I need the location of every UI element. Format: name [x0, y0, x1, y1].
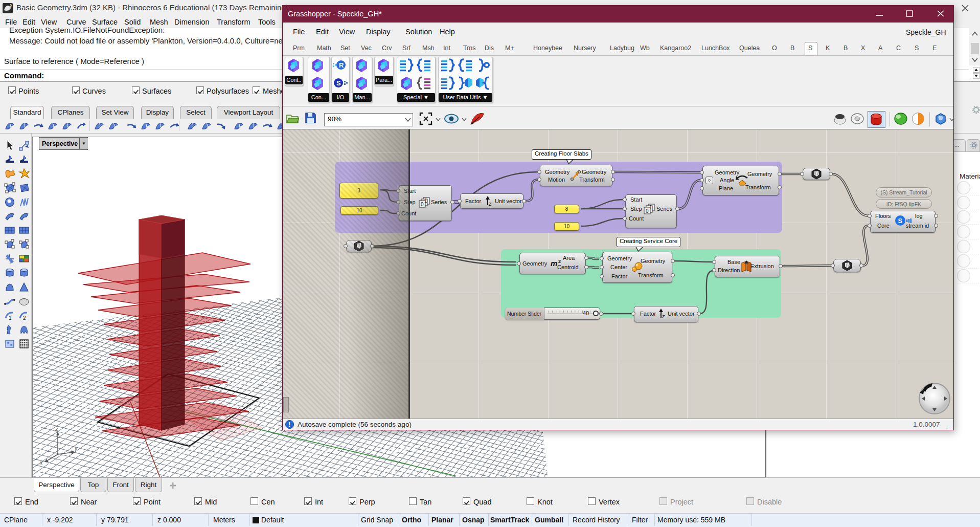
- svg-text:x: x: [39, 459, 43, 466]
- svg-text:!: !: [288, 421, 290, 428]
- svg-text:2: 2: [558, 259, 561, 264]
- svg-text:m: m: [551, 259, 557, 268]
- svg-text:0: 0: [646, 208, 649, 214]
- svg-text:S: S: [336, 79, 341, 87]
- svg-text:S: S: [898, 217, 903, 225]
- svg-text:z: z: [55, 426, 58, 432]
- svg-text:1: 1: [424, 198, 427, 204]
- svg-text:2: 2: [23, 315, 26, 321]
- svg-text:1: 1: [9, 315, 12, 321]
- svg-text:0: 0: [421, 202, 424, 207]
- svg-text:6: 6: [10, 4, 12, 7]
- svg-text:z: z: [662, 313, 665, 319]
- svg-text:R: R: [339, 61, 344, 69]
- svg-text:z: z: [488, 201, 492, 207]
- svg-text:1: 1: [649, 205, 652, 210]
